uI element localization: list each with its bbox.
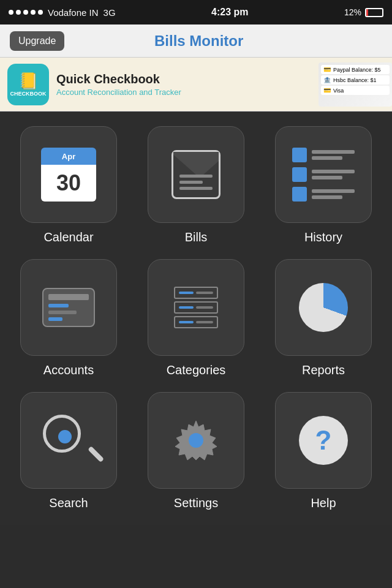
hsbc-label: Hsbc Balance: $1	[333, 77, 377, 83]
nav-title: Bills Monitor	[64, 32, 333, 50]
visa-icon: 💳	[323, 87, 331, 94]
grid-item-search[interactable]: Search	[12, 392, 125, 510]
hist-line-2b	[312, 176, 342, 179]
categories-label: Categories	[167, 363, 226, 377]
calendar-icon: Apr 30	[41, 148, 96, 202]
paypal-label: Paypal Balance: $5	[333, 67, 381, 73]
battery-fill	[366, 9, 368, 16]
search-handle	[88, 446, 104, 462]
preview-row-paypal: 💳 Paypal Balance: $5	[321, 65, 390, 74]
hist-line-1b	[312, 156, 342, 160]
acc-line-1	[48, 304, 69, 307]
grid-item-settings[interactable]: Settings	[140, 392, 252, 510]
accounts-icon	[42, 288, 95, 327]
settings-icon-box	[148, 392, 244, 489]
categories-icon	[174, 287, 218, 328]
cat-line-3	[196, 321, 213, 323]
visa-label: Visa	[333, 88, 344, 94]
bills-icon-box	[148, 126, 244, 223]
signal-dot-4	[31, 10, 36, 15]
cat-line-2	[196, 306, 213, 309]
cat-drawer-3	[174, 316, 218, 328]
status-left: Vodafone IN 3G	[9, 7, 116, 18]
hist-row-3	[292, 187, 355, 202]
reports-icon-box	[275, 259, 372, 356]
grid-item-accounts[interactable]: Accounts	[12, 259, 125, 377]
envelope-lines	[179, 175, 213, 190]
settings-label: Settings	[174, 496, 218, 510]
env-line-3	[179, 187, 213, 190]
status-time: 4:23 pm	[211, 7, 248, 18]
cat-handle-2	[179, 306, 194, 309]
acc-line-2	[48, 311, 77, 314]
battery-icon	[365, 8, 383, 17]
main-grid: Apr 30 Calendar Bills	[0, 111, 392, 525]
help-icon-box: ?	[275, 392, 372, 489]
history-label: History	[304, 230, 342, 244]
signal-dot-2	[16, 10, 21, 15]
search-inner-dot	[58, 430, 72, 443]
calendar-label: Calendar	[43, 230, 93, 244]
bills-icon	[172, 150, 221, 199]
hist-line-1a	[312, 150, 355, 154]
calendar-day: 30	[41, 165, 96, 202]
cat-line-1	[196, 292, 213, 294]
ad-app-subtitle: Account Reconciliation and Tracker	[56, 88, 349, 97]
ad-app-icon: 📒 CHECKBOOK	[7, 64, 49, 105]
acc-line-3	[48, 317, 62, 321]
grid-item-reports[interactable]: Reports	[267, 259, 380, 377]
search-icon-box	[20, 392, 117, 489]
help-question-mark: ?	[315, 425, 332, 456]
carrier-label: Vodafone IN	[48, 7, 99, 18]
signal-dot-3	[23, 10, 28, 15]
svg-point-1	[189, 433, 203, 448]
cat-handle-1	[179, 292, 194, 294]
hist-row-2	[292, 167, 355, 182]
accounts-icon-box	[20, 259, 117, 356]
ad-preview-panel: 💳 Paypal Balance: $5 🏦 Hsbc Balance: $1 …	[318, 62, 392, 107]
hist-square-1	[292, 148, 307, 162]
history-icon-box	[275, 126, 372, 223]
cat-handle-3	[179, 321, 194, 323]
upgrade-button[interactable]: Upgrade	[10, 31, 64, 51]
hist-square-3	[292, 187, 307, 202]
help-label: Help	[311, 496, 336, 510]
accounts-label: Accounts	[43, 363, 94, 377]
hist-square-2	[292, 167, 307, 182]
cat-drawer-1	[174, 287, 218, 299]
search-icon	[43, 415, 94, 466]
status-bar: Vodafone IN 3G 4:23 pm 12%	[0, 0, 392, 24]
grid-item-help[interactable]: ? Help	[267, 392, 380, 510]
settings-icon	[172, 416, 221, 465]
search-label: Search	[49, 496, 88, 510]
hist-lines-1	[312, 150, 355, 160]
preview-row-hsbc: 🏦 Hsbc Balance: $1	[321, 75, 390, 85]
reports-icon	[299, 283, 348, 332]
reports-label: Reports	[302, 363, 345, 377]
help-icon: ?	[299, 416, 348, 465]
calendar-icon-box: Apr 30	[20, 126, 117, 223]
hist-lines-3	[312, 189, 355, 199]
search-circle	[43, 415, 81, 453]
nav-bar: Upgrade Bills Monitor	[0, 24, 392, 58]
cat-drawer-2	[174, 301, 218, 314]
ad-app-name: Quick Checkbook	[56, 72, 349, 86]
signal-dots	[9, 10, 43, 15]
signal-dot-5	[38, 10, 43, 15]
pie-chart	[299, 283, 348, 332]
ad-banner[interactable]: 📒 CHECKBOOK Quick Checkbook Account Reco…	[0, 58, 392, 111]
hist-line-2a	[312, 170, 355, 173]
preview-row-visa: 💳 Visa	[321, 86, 390, 95]
hist-lines-2	[312, 170, 355, 179]
checkbook-icon: 📒	[18, 72, 38, 91]
acc-top-bar	[48, 294, 89, 300]
acc-lines	[48, 304, 89, 321]
envelope-flap	[173, 152, 219, 176]
grid-item-categories[interactable]: Categories	[140, 259, 252, 377]
grid-item-bills[interactable]: Bills	[140, 126, 252, 244]
battery-percent: 12%	[344, 7, 361, 17]
status-right: 12%	[344, 7, 383, 17]
grid-item-calendar[interactable]: Apr 30 Calendar	[12, 126, 125, 244]
calendar-month: Apr	[41, 148, 96, 165]
grid-item-history[interactable]: History	[267, 126, 380, 244]
